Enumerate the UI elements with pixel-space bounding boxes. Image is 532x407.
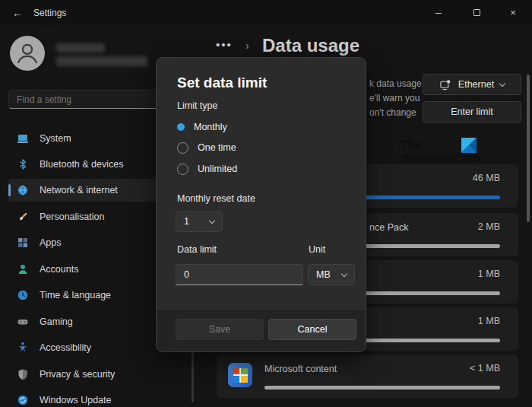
- watermark-line1: The: [401, 138, 422, 151]
- back-button[interactable]: ←: [9, 5, 26, 21]
- sidebar-item-label: Accounts: [40, 264, 78, 275]
- windows-update-icon: [17, 394, 29, 406]
- sidebar-item-label: Time & language: [40, 290, 111, 300]
- sidebar-item-label: Personalisation: [40, 211, 104, 222]
- search-input[interactable]: [8, 90, 160, 109]
- dialog-footer: Save Cancel: [157, 310, 366, 351]
- minimize-icon: –: [435, 6, 442, 18]
- enter-limit-label: Enter limit: [451, 107, 493, 117]
- user-name-redacted: [56, 43, 105, 52]
- sidebar-item-gaming[interactable]: Gaming: [8, 310, 163, 333]
- back-arrow-icon: ←: [12, 7, 23, 19]
- privacy-security-icon: [17, 368, 29, 380]
- chevron-down-icon: [209, 217, 215, 223]
- ethernet-icon: [439, 79, 452, 91]
- apps-icon: [17, 237, 29, 249]
- data-limit-label: Data limit: [177, 244, 217, 255]
- description-line: on't change: [369, 107, 416, 118]
- accessibility-icon: [17, 342, 29, 354]
- network-adapter-label: Ethernet: [458, 79, 494, 90]
- radio-label: Monthly: [194, 122, 227, 132]
- microsoft-logo-icon: [228, 363, 252, 387]
- radio-unselected-icon: [177, 164, 188, 175]
- usage-value: 1 MB: [478, 269, 500, 279]
- maximize-button[interactable]: [459, 0, 494, 24]
- page-scrollbar[interactable]: [527, 75, 530, 222]
- data-limit-input[interactable]: [176, 264, 303, 285]
- selected-indicator: [8, 184, 11, 196]
- radio-one-time[interactable]: One time: [177, 141, 236, 154]
- bluetooth-icon: [17, 158, 29, 170]
- description-line: k data usage: [369, 78, 422, 89]
- set-data-limit-dialog: Set data limit Limit type Monthly One ti…: [156, 57, 366, 352]
- close-button[interactable]: ×: [496, 0, 530, 24]
- enter-limit-button[interactable]: Enter limit: [423, 101, 521, 122]
- dialog-title: Set data limit: [177, 75, 267, 91]
- reset-date-dropdown[interactable]: 1: [176, 211, 223, 232]
- sidebar-item-windows-update[interactable]: Windows Update: [8, 389, 163, 407]
- windowsclub-logo-icon: [461, 138, 477, 153]
- cancel-button[interactable]: Cancel: [268, 319, 356, 340]
- close-icon: ×: [510, 7, 516, 18]
- limit-type-label: Limit type: [177, 100, 218, 111]
- watermark-line2: WindowsClub: [401, 151, 481, 164]
- sidebar-scrollbar[interactable]: [192, 352, 194, 402]
- chevron-down-icon: [341, 270, 347, 276]
- sidebar-item-time-language[interactable]: Time & language: [8, 284, 163, 307]
- usage-label: Microsoft content: [264, 364, 337, 374]
- page-title: Data usage: [262, 35, 359, 56]
- radio-label: Unlimited: [198, 164, 237, 174]
- usage-value: 2 MB: [478, 221, 500, 232]
- radio-unlimited[interactable]: Unlimited: [177, 162, 237, 176]
- breadcrumb-ellipsis[interactable]: •••: [216, 38, 233, 51]
- reset-date-label: Monthly reset date: [177, 193, 255, 204]
- unit-dropdown[interactable]: MB: [308, 264, 355, 285]
- user-email-redacted: [56, 56, 147, 66]
- radio-unselected-icon: [177, 142, 188, 154]
- system-icon: [17, 132, 29, 145]
- sidebar-item-label: Windows Update: [40, 395, 112, 405]
- sidebar-item-personalisation[interactable]: Personalisation: [8, 205, 163, 228]
- sidebar-item-label: Gaming: [40, 316, 73, 327]
- cancel-label: Cancel: [298, 324, 328, 335]
- sidebar-item-label: Apps: [40, 237, 62, 248]
- usage-bar: [264, 386, 500, 390]
- sidebar-item-accounts[interactable]: Accounts: [8, 258, 163, 281]
- description-line: e'll warn you: [369, 93, 420, 103]
- time-language-icon: [17, 289, 29, 301]
- sidebar-item-label: Privacy & security: [40, 369, 115, 380]
- sidebar-item-privacy-security[interactable]: Privacy & security: [8, 363, 163, 386]
- maximize-icon: [473, 9, 480, 16]
- breadcrumb-chevron-icon: ›: [245, 40, 249, 52]
- sidebar-item-network-internet[interactable]: Network & internet: [8, 179, 163, 202]
- unit-label: Unit: [309, 244, 325, 255]
- sidebar-item-system[interactable]: System: [8, 127, 163, 150]
- sidebar-item-apps[interactable]: Apps: [8, 231, 163, 254]
- sidebar-item-bluetooth-devices[interactable]: Bluetooth & devices: [8, 153, 163, 176]
- sidebar-item-label: Bluetooth & devices: [40, 159, 124, 170]
- usage-value: < 1 MB: [470, 363, 500, 374]
- chevron-down-icon: [499, 80, 505, 86]
- person-icon: [13, 39, 42, 68]
- usage-label-fragment: nce Pack: [369, 222, 408, 233]
- avatar[interactable]: [10, 36, 45, 71]
- sidebar-item-label: Network & internet: [40, 185, 118, 196]
- sidebar-item-label: System: [40, 133, 71, 144]
- settings-window: ← Settings – × System Bluetooth & device…: [0, 0, 532, 407]
- save-button[interactable]: Save: [176, 319, 264, 340]
- radio-selected-icon: [177, 123, 185, 131]
- gaming-icon: [17, 316, 29, 328]
- sidebar-item-accessibility[interactable]: Accessibility: [8, 336, 163, 359]
- network-adapter-dropdown[interactable]: Ethernet: [423, 74, 521, 95]
- save-label: Save: [209, 324, 231, 335]
- minimize-button[interactable]: –: [421, 0, 456, 24]
- radio-monthly[interactable]: Monthly: [177, 120, 227, 134]
- usage-value: 46 MB: [473, 173, 500, 183]
- network-icon: [17, 184, 29, 196]
- window-title: Settings: [33, 8, 66, 18]
- unit-value: MB: [316, 269, 331, 280]
- reset-date-value: 1: [184, 216, 189, 227]
- usage-value: 1 MB: [478, 316, 500, 326]
- radio-label: One time: [198, 142, 236, 153]
- personalisation-icon: [17, 211, 29, 223]
